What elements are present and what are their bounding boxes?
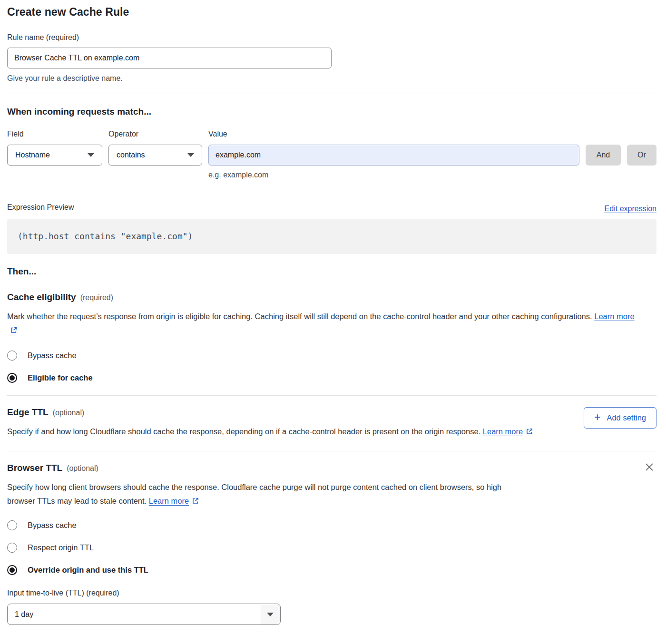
- rule-name-input[interactable]: [7, 48, 332, 68]
- operator-select-value: contains: [117, 151, 145, 159]
- close-icon: [644, 462, 655, 472]
- edge-ttl-title: Edge TTL: [7, 406, 49, 419]
- value-input[interactable]: [208, 145, 579, 166]
- value-label: Value: [208, 128, 579, 140]
- radio-icon[interactable]: [7, 520, 17, 530]
- radio-label: Respect origin TTL: [28, 543, 94, 552]
- radio-icon[interactable]: [7, 565, 17, 575]
- ttl-input-section: Input time-to-live (TTL) (required) 1 da…: [7, 587, 656, 625]
- browser-ttl-title: Browser TTL: [7, 462, 62, 474]
- rule-name-section: Rule name (required) Give your rule a de…: [7, 32, 656, 84]
- radio-option-override-origin-ttl[interactable]: Override origin and use this TTL: [7, 565, 656, 575]
- cache-eligibility-learn-more-link[interactable]: Learn more: [594, 312, 634, 321]
- radio-icon[interactable]: [7, 351, 17, 361]
- value-helper: e.g. example.com: [208, 169, 656, 181]
- radio-option-eligible-for-cache[interactable]: Eligible for cache: [7, 373, 656, 383]
- radio-icon[interactable]: [7, 543, 17, 553]
- cache-eligibility-qualifier: (required): [80, 293, 113, 302]
- then-heading: Then...: [7, 265, 656, 278]
- operator-label: Operator: [108, 128, 202, 140]
- chevron-down-icon: [260, 604, 280, 624]
- radio-label: Eligible for cache: [28, 373, 93, 382]
- rule-name-helper: Give your rule a descriptive name.: [7, 73, 656, 84]
- cache-eligibility-header: Cache eligibility (required): [7, 291, 656, 303]
- cache-eligibility-title: Cache eligibility: [7, 291, 76, 303]
- chevron-down-icon: [187, 153, 194, 157]
- radio-label: Override origin and use this TTL: [28, 566, 148, 575]
- edge-ttl-qualifier: (optional): [53, 409, 85, 417]
- field-label: Field: [7, 128, 102, 140]
- field-select[interactable]: Hostname: [7, 145, 102, 166]
- edge-ttl-description-text: Specify if and how long Cloudflare shoul…: [7, 427, 480, 436]
- browser-ttl-section: Browser TTL (optional) Specify how long …: [7, 451, 656, 509]
- rule-name-label: Rule name (required): [7, 32, 656, 43]
- radio-label: Bypass cache: [28, 351, 77, 360]
- edit-expression-link[interactable]: Edit expression: [605, 205, 656, 213]
- browser-ttl-qualifier: (optional): [67, 464, 98, 473]
- field-select-value: Hostname: [15, 151, 50, 159]
- browser-ttl-description: Specify how long client browsers should …: [7, 480, 530, 509]
- browser-ttl-description-text: Specify how long client browsers should …: [7, 483, 501, 505]
- and-button[interactable]: And: [586, 145, 621, 166]
- cache-eligibility-description: Mark whether the request’s response from…: [7, 310, 645, 338]
- ttl-select-value: 1 day: [8, 604, 260, 624]
- radio-option-bypass-cache[interactable]: Bypass cache: [7, 351, 656, 361]
- add-setting-button[interactable]: + Add setting: [584, 407, 656, 429]
- external-link-icon: [10, 324, 18, 338]
- edge-ttl-header: Edge TTL (optional): [7, 406, 584, 419]
- radio-label: Bypass cache: [28, 521, 77, 530]
- cache-eligibility-radio-group: Bypass cache Eligible for cache: [7, 351, 656, 383]
- edge-ttl-section: Edge TTL (optional) Specify if and how l…: [7, 396, 656, 439]
- create-cache-rule-form: Create new Cache Rule Rule name (require…: [0, 0, 666, 634]
- radio-option-bypass-cache[interactable]: Bypass cache: [7, 520, 656, 530]
- radio-option-respect-origin-ttl[interactable]: Respect origin TTL: [7, 543, 656, 553]
- expression-preview-label: Expression Preview: [7, 202, 74, 213]
- browser-ttl-radio-group: Bypass cache Respect origin TTL Override…: [7, 520, 656, 575]
- expression-preview-header: Expression Preview Edit expression: [7, 202, 656, 213]
- ttl-label: Input time-to-live (TTL) (required): [7, 587, 656, 599]
- chevron-down-icon: [88, 153, 94, 157]
- operator-select[interactable]: contains: [108, 145, 202, 166]
- match-heading: When incoming requests match...: [7, 106, 656, 118]
- edge-ttl-description: Specify if and how long Cloudflare shoul…: [7, 425, 540, 439]
- cache-eligibility-description-text: Mark whether the request’s response from…: [7, 312, 592, 321]
- browser-ttl-header: Browser TTL (optional): [7, 462, 642, 474]
- expression-code-box: (http.host contains "example.com"): [7, 219, 656, 254]
- radio-icon[interactable]: [7, 373, 17, 383]
- external-link-icon: [526, 426, 533, 439]
- external-link-icon: [192, 495, 199, 509]
- divider: [7, 94, 656, 94]
- or-button[interactable]: Or: [627, 145, 656, 166]
- browser-ttl-learn-more-link[interactable]: Learn more: [149, 497, 189, 505]
- ttl-select[interactable]: 1 day: [7, 604, 281, 625]
- page-title: Create new Cache Rule: [7, 6, 656, 19]
- plus-icon: +: [594, 412, 600, 423]
- edge-ttl-learn-more-link[interactable]: Learn more: [483, 427, 523, 436]
- match-row: Field Hostname Operator contains Value A…: [7, 128, 656, 166]
- remove-browser-ttl-button[interactable]: [642, 460, 656, 476]
- add-setting-label: Add setting: [607, 413, 646, 422]
